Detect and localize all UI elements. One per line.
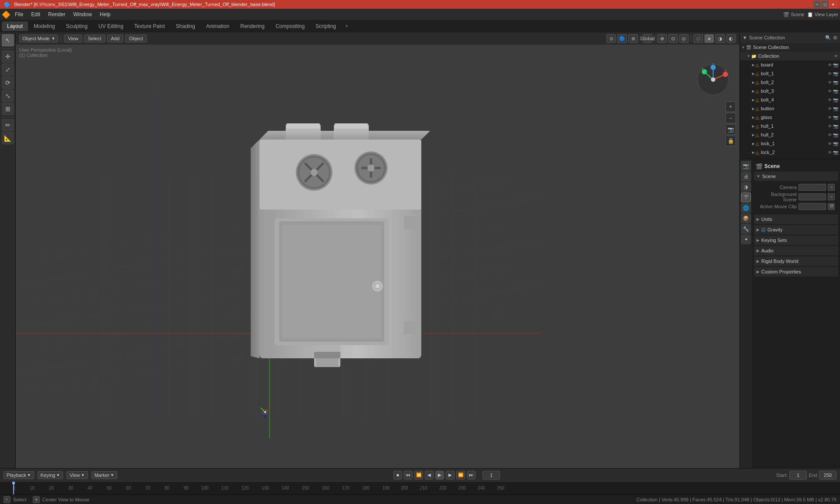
object-props-button[interactable]: 📦 — [741, 214, 751, 223]
prev-frame-button[interactable]: ◀ — [425, 471, 434, 480]
rotate-tool-button[interactable]: ⟳ — [2, 77, 14, 89]
minimize-button[interactable]: − — [814, 1, 821, 8]
menu-window[interactable]: Window — [70, 10, 95, 18]
play-button[interactable]: ▶ — [435, 471, 444, 480]
menu-edit[interactable]: Edit — [28, 10, 44, 18]
jump-next-button[interactable]: ⏩ — [456, 471, 465, 480]
background-scene-field[interactable] — [798, 193, 826, 200]
keying-sets-header[interactable]: ▶ Keying Sets — [754, 235, 838, 245]
next-frame-button[interactable]: ▶ — [446, 471, 455, 480]
tab-compositing[interactable]: Compositing — [270, 21, 310, 31]
viewport-object-menu[interactable]: Object — [125, 35, 147, 42]
playback-dropdown[interactable]: Playback ▼ — [4, 471, 34, 479]
custom-properties-header[interactable]: ▶ Custom Properties — [754, 267, 838, 276]
tab-uv-editing[interactable]: UV Editing — [93, 21, 129, 31]
add-workspace-button[interactable]: + — [342, 21, 352, 31]
zoom-in-button[interactable]: + — [725, 102, 736, 112]
outliner-filter-button[interactable]: ⚙ — [833, 35, 837, 41]
start-frame-input[interactable]: 1 — [789, 471, 807, 480]
transform-tool-button[interactable]: ⊞ — [2, 103, 14, 115]
tab-texture-paint[interactable]: Texture Paint — [129, 21, 170, 31]
stop-button[interactable]: ■ — [393, 471, 402, 480]
outliner-item-lock1[interactable]: ▶ △ lock_1 👁📷 — [740, 139, 840, 148]
modifier-props-button[interactable]: 🔧 — [741, 224, 751, 234]
menu-file[interactable]: File — [11, 10, 27, 18]
overlay-button[interactable]: ⊙ — [668, 34, 678, 43]
tab-animation[interactable]: Animation — [201, 21, 234, 31]
tab-scripting[interactable]: Scripting — [310, 21, 341, 31]
marker-dropdown[interactable]: Marker ▼ — [91, 471, 117, 479]
move-tool-button[interactable]: ⤢ — [2, 63, 14, 76]
outliner-scene-collection[interactable]: ▼ 🎬 Scene Collection — [740, 43, 840, 52]
zoom-out-button[interactable]: − — [725, 113, 736, 123]
viewport-pivot-button[interactable]: ⊙ — [606, 34, 616, 43]
viewport-select-menu[interactable]: Select — [84, 35, 105, 42]
scene-section-header[interactable]: ▼ Scene — [754, 172, 838, 181]
outliner-collection[interactable]: ▼ 📁 Collection 👁 — [740, 52, 840, 60]
end-frame-input[interactable]: 250 — [819, 471, 836, 480]
viewport-area[interactable]: Object Mode ▼ View Select Add Object ⊙ 🔵… — [16, 32, 739, 468]
viewport-view-menu[interactable]: View — [64, 35, 82, 42]
xray-button[interactable]: ◎ — [679, 34, 689, 43]
tab-shading[interactable]: Shading — [171, 21, 200, 31]
rendered-button[interactable]: ◐ — [726, 34, 736, 43]
current-frame-input[interactable]: 1 — [483, 471, 500, 480]
camera-eyedropper-icon[interactable]: ⌗ — [828, 184, 835, 191]
cursor-tool-button[interactable]: ✛ — [2, 50, 14, 63]
navigation-gizmo[interactable]: X Y Z — [696, 62, 731, 97]
skip-start-button[interactable]: ⏮ — [404, 471, 413, 480]
skip-end-button[interactable]: ⏭ — [467, 471, 476, 480]
view-dropdown[interactable]: View ▼ — [66, 471, 88, 479]
collection-view-icon[interactable]: 👁 — [834, 54, 838, 59]
scene-props-button[interactable]: 🎬 — [741, 192, 751, 202]
camera-view-button[interactable]: 📷 — [725, 124, 736, 135]
output-props-button[interactable]: 🖨 — [741, 172, 751, 181]
lock-view-button[interactable]: 🔒 — [725, 136, 736, 146]
menu-render[interactable]: Render — [45, 10, 69, 18]
particles-props-button[interactable]: ✦ — [741, 234, 751, 244]
outliner-item-glass[interactable]: ▶ △ glass 👁📷 — [740, 113, 840, 122]
active-movie-clip-icon[interactable]: 🎬 — [828, 203, 835, 210]
outliner-item-hull1[interactable]: ▶ △ hull_1 👁📷 — [740, 122, 840, 130]
outliner-item-board[interactable]: ▶ △ board 👁 📷 — [740, 60, 840, 69]
outliner-item-bolt1[interactable]: ▶ △ bolt_1 👁 📷 — [740, 69, 840, 78]
outliner-content[interactable]: ▼ 🎬 Scene Collection ▼ 📁 Collection 👁 ▶ — [740, 43, 840, 159]
tab-layout[interactable]: Layout — [2, 21, 28, 31]
rigid-body-world-header[interactable]: ▶ Rigid Body World — [754, 256, 838, 266]
viewport-proportional-button[interactable]: ⊚ — [628, 34, 638, 43]
tab-modeling[interactable]: Modeling — [28, 21, 60, 31]
solid-button[interactable]: ● — [704, 34, 714, 43]
camera-field[interactable] — [798, 184, 826, 191]
jump-prev-button[interactable]: ⏪ — [414, 471, 423, 480]
annotate-tool-button[interactable]: ✏ — [2, 119, 14, 131]
keying-dropdown[interactable]: Keying ▼ — [38, 471, 63, 479]
global-local-toggle[interactable]: Global — [643, 34, 652, 43]
timeline-area[interactable]: 1 10 20 30 40 50 60 70 80 90 100 110 120… — [0, 481, 840, 494]
viewport-snap-button[interactable]: 🔵 — [617, 34, 627, 43]
background-scene-icon[interactable]: ⌗ — [828, 193, 835, 200]
outliner-item-hull2[interactable]: ▶ △ hull_2 👁📷 — [740, 130, 840, 139]
outliner-item-bolt2[interactable]: ▶ △ bolt_2 👁📷 — [740, 78, 840, 87]
world-props-button[interactable]: 🌐 — [741, 203, 751, 213]
audio-section-header[interactable]: ▶ Audio — [754, 246, 838, 256]
object-mode-dropdown[interactable]: Object Mode ▼ — [19, 35, 58, 42]
close-button[interactable]: ✕ — [830, 1, 836, 8]
maximize-button[interactable]: □ — [822, 1, 829, 8]
outliner-search-icon[interactable]: 🔍 — [825, 35, 831, 41]
outliner-item-button[interactable]: ▶ △ button 👁📷 — [740, 104, 840, 113]
board-view-icon[interactable]: 👁 — [828, 63, 832, 67]
board-render-icon[interactable]: 📷 — [833, 63, 838, 67]
active-movie-clip-field[interactable] — [798, 203, 826, 210]
gravity-checkbox[interactable]: ☑ — [761, 227, 766, 233]
render-props-button[interactable]: 📷 — [741, 161, 751, 171]
menu-help[interactable]: Help — [96, 10, 114, 18]
select-tool-button[interactable]: ↖ — [2, 34, 14, 46]
tab-rendering[interactable]: Rendering — [235, 21, 270, 31]
outliner-item-bolt3[interactable]: ▶ △ bolt_3 👁📷 — [740, 87, 840, 95]
scale-tool-button[interactable]: ⤡ — [2, 90, 14, 102]
units-section-header[interactable]: ▶ Units — [754, 214, 838, 224]
gravity-section-header[interactable]: ▶ ☑ Gravity — [754, 225, 838, 234]
wireframe-button[interactable]: □ — [693, 34, 703, 43]
outliner-item-lock2[interactable]: ▶ △ lock_2 👁📷 — [740, 148, 840, 157]
measure-tool-button[interactable]: 📐 — [2, 132, 14, 144]
